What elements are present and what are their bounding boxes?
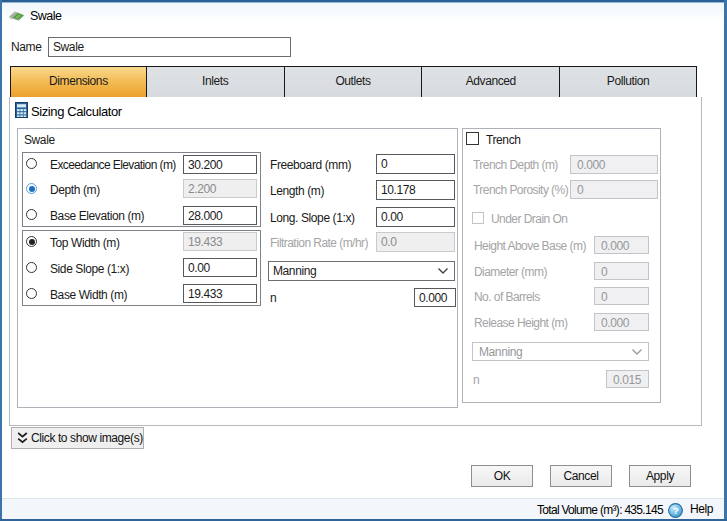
svg-text:?: ? bbox=[673, 505, 679, 516]
